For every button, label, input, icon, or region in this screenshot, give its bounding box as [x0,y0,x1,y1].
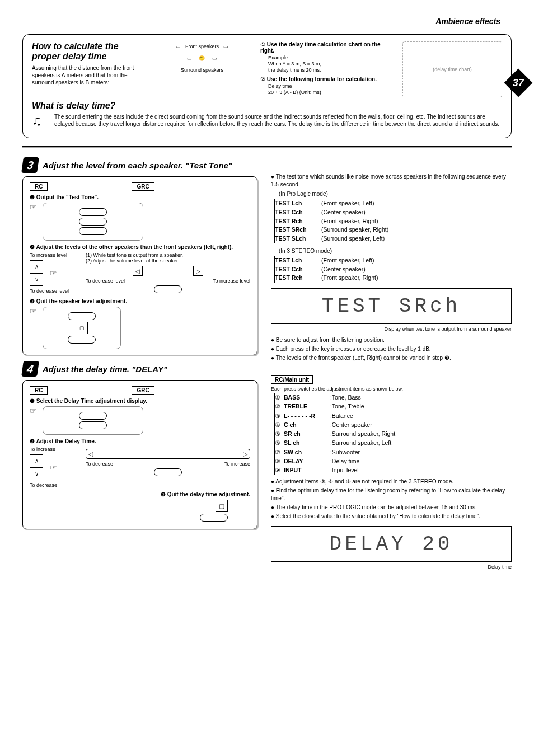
rc-main-unit-label: RC/Main unit [271,375,313,384]
remote-button[interactable] [200,514,228,522]
step3-sub2b: (2) Adjust the volume level of the speak… [86,258,250,264]
step-3-badge: 3 [21,157,39,173]
step3-note-4: The levels of the front speaker (Left, R… [271,354,512,362]
square-button[interactable]: ▢ [216,500,228,512]
increase-label: To increase [224,461,250,467]
remote-button[interactable] [68,336,96,344]
calc-step1-example: Example: When A = 3 m, B = 3 m, the dela… [268,55,395,73]
increase-level-label: To increase level [30,252,80,258]
3stereo-sequence: TEST Lch (Front speaker, Left)TEST Cch (… [274,256,512,283]
adjustment-intro: Each press switches the adjustment items… [271,386,512,392]
hand-icon: ☞ [30,203,37,212]
step3-sub1: ❶ Output the "Test Tone". [30,194,250,200]
step4-sub1: ❶ Select the Delay Time adjustment displ… [30,398,250,404]
pro-logic-sequence: TEST Lch (Front speaker, Left)TEST Cch (… [274,199,512,243]
calc-formula: Delay time = 20 + 3 (A - B) (Unit: ms) [268,83,395,96]
remote-button[interactable] [79,218,107,226]
decrease-label: To decrease [86,461,113,467]
section-title: Ambience effects [435,17,500,26]
step3-note-2: Be sure to adjust from the listening pos… [271,336,512,344]
sequence-row: TEST Cch (Center speaker) [275,208,512,217]
grc-label: GRC [132,386,154,395]
speaker-layout-diagram: ▭ Front speakers ▭ ▭ 🙂 ▭ Surround speake… [152,41,252,97]
calc-step1-title: Use the delay time calculation chart on … [260,41,381,54]
surround-speakers-label: Surround speakers [152,67,252,73]
sequence-row: TEST Cch (Center speaker) [275,265,512,274]
square-button[interactable]: ▢ [76,322,88,334]
display-text: TEST SRch [322,295,461,318]
level-up-down[interactable]: ∧∨ [30,454,43,480]
step4-note-1: Adjustment items ⑤, ⑥ and ⑧ are not requ… [271,478,512,486]
adjustment-item: ②TREBLE :Tone, Treble [275,402,512,411]
decrease-level-label: To decrease level [86,278,125,284]
3stereo-mode-label: (In 3 STEREO mode) [279,248,512,254]
front-speakers-label: Front speakers [185,44,219,49]
sequence-row: TEST Lch (Front speaker, Left) [275,199,512,208]
step4-sub3: ❸ Quit the delay time adjustment. [30,491,250,497]
delay-display-caption: Delay time [271,564,512,570]
calc-heading: How to calculate the proper delay time [32,41,144,61]
adjustment-item: ⑧DELAY :Delay time [275,457,512,466]
step3-sub2: ❷ Adjust the levels of the other speaker… [30,244,250,250]
step-4-badge: 4 [21,361,39,377]
adjustment-item: ④C ch :Center speaker [275,420,512,429]
step3-note-1: The test tone which sounds like noise mo… [271,173,512,189]
increase-level-label: To increase level [213,278,250,284]
step4-rc-panel: RC GRC ❶ Select the Delay Time adjustmen… [22,380,257,529]
sequence-row: TEST Rch (Front speaker, Right) [275,217,512,226]
remote-button[interactable] [79,412,107,420]
increase-label: To increase [30,447,80,452]
remote-button[interactable] [79,227,107,235]
rc-label: RC [30,182,48,191]
what-is-delay-heading: What is delay time? [32,101,502,111]
adjustment-item: ⑤SR ch :Surround speaker, Right [275,429,512,438]
step-3-title: Adjust the level from each speaker. "Tes… [43,161,232,170]
delay-calculation-box: How to calculate the proper delay time A… [22,34,512,138]
hand-icon: ☞ [30,307,37,316]
level-up-down[interactable]: ∧∨ [30,260,43,286]
grc-remote-diagram [43,203,143,241]
remote-button[interactable] [79,208,107,216]
adjustment-item: ⑦SW ch :Subwoofer [275,448,512,457]
decrease-level-label: To decrease level [30,288,80,294]
delay-time-chart: (delay time chart) [402,41,502,97]
step4-sub2: ❷ Adjust the Delay Time. [30,438,250,444]
remote-button[interactable] [154,285,182,293]
right-arrow-icon[interactable]: ▷ [243,450,247,458]
sequence-row: TEST Rch (Front speaker, Right) [275,274,512,283]
right-arrow-button[interactable]: ▷ [193,266,203,276]
what-is-delay-text: The sound entering the ears include the … [54,113,502,128]
adjustment-items-list: ①BASS :Tone, Bass②TREBLE :Tone, Treble③L… [274,393,512,475]
pro-logic-mode-label: (In Pro Logic mode) [279,191,512,197]
sequence-row: TEST SLch (Surround speaker, Left) [275,234,512,243]
left-arrow-icon[interactable]: ◁ [88,450,93,458]
sequence-row: TEST SRch (Surround speaker, Right) [275,226,512,234]
step3-rc-panel: RC GRC ❶ Output the "Test Tone". ☞ ❷ Adj… [22,176,257,355]
hand-icon: ☞ [30,406,37,415]
adjustment-item: ⑨INPUT :Input level [275,466,512,475]
section-divider [22,146,512,148]
hand-icon: ☞ [50,269,57,278]
rc-label: RC [30,386,48,395]
display-caption: Display when test tone is output from a … [271,326,512,332]
step3-note-3: Each press of the key increases or decre… [271,345,512,353]
remote-button[interactable] [68,312,96,320]
hand-icon: ☞ [50,463,57,472]
delay-display: DELAY 20 [271,526,512,562]
step3-sub3: ❸ Quit the speaker level adjustment. [30,298,250,304]
left-arrow-button[interactable]: ◁ [133,266,143,276]
remote-button[interactable] [79,421,107,429]
calc-assumption: Assuming that the distance from the fron… [32,64,144,86]
display-text: DELAY 20 [330,533,453,556]
grc-remote-diagram [43,406,143,435]
step4-note-4: Select the closest value to the value ob… [271,513,512,520]
adjustment-item: ⑥SL ch :Surround speaker, Left [275,438,512,447]
adjustment-item: ③L- - - - - - -R :Balance [275,411,512,420]
remote-button[interactable] [154,468,182,476]
step4-note-2: Find the optimum delay time for the list… [271,487,512,503]
grc-remote-diagram: ▢ [43,307,121,349]
grc-label: GRC [132,182,154,191]
sequence-row: TEST Lch (Front speaker, Left) [275,256,512,265]
page-number: 37 [513,77,524,89]
decrease-label: To decrease [30,482,80,488]
